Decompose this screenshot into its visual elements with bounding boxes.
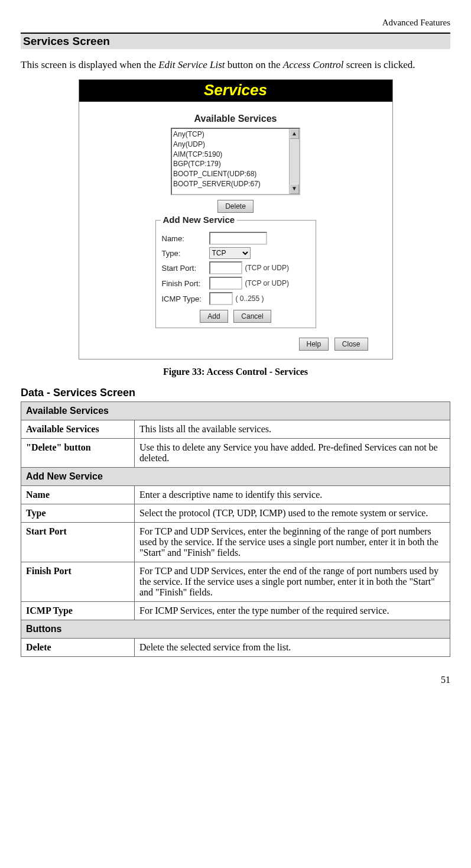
services-dialog: Services Available Services Any(TCP) Any… [79, 79, 393, 359]
name-label: Name: [162, 234, 209, 243]
type-label: Type: [162, 249, 209, 258]
scroll-up-icon[interactable]: ▲ [290, 129, 299, 139]
page-number: 51 [21, 675, 450, 685]
intro-mid: button on the [225, 59, 283, 70]
help-button[interactable]: Help [299, 338, 329, 351]
figure-caption: Figure 33: Access Control - Services [21, 367, 450, 377]
list-item[interactable]: AIM(TCP:5190) [173, 150, 298, 160]
icmp-hint: ( 0..255 ) [236, 294, 264, 303]
table-row: Finish Port For TCP and UDP Services, en… [21, 562, 450, 602]
available-heading: Available Services [91, 114, 381, 124]
name-input[interactable] [209, 232, 267, 245]
services-listbox[interactable]: Any(TCP) Any(UDP) AIM(TCP:5190) BGP(TCP:… [171, 128, 300, 195]
list-item[interactable]: BGP(TCP:179) [173, 159, 298, 169]
row-label: "Delete" button [21, 439, 135, 468]
page-header: Advanced Features [21, 18, 450, 28]
intro-text: This screen is displayed when the Edit S… [21, 59, 450, 71]
add-heading: Add New Service [161, 215, 238, 225]
table-row: Available Services This lists all the av… [21, 420, 450, 439]
intro-post: screen is clicked. [344, 59, 415, 70]
close-button[interactable]: Close [334, 338, 368, 351]
table-row: Name Enter a descriptive name to identif… [21, 486, 450, 504]
row-label: Type [21, 504, 135, 523]
dialog-title: Services [79, 80, 392, 102]
list-item[interactable]: BOOTP_SERVER(UDP:67) [173, 179, 298, 189]
start-port-input[interactable] [209, 261, 242, 274]
icmp-label: ICMP Type: [162, 294, 209, 303]
figure: Services Available Services Any(TCP) Any… [21, 79, 450, 359]
finish-label: Finish Port: [162, 279, 209, 288]
table-row: ICMP Type For ICMP Services, enter the t… [21, 602, 450, 620]
group-header: Available Services [21, 402, 450, 420]
row-label: Start Port [21, 523, 135, 562]
table-row: Start Port For TCP and UDP Services, ent… [21, 523, 450, 562]
row-label: Available Services [21, 420, 135, 439]
start-label: Start Port: [162, 264, 209, 273]
intro-pre: This screen is displayed when the [21, 59, 158, 70]
delete-button[interactable]: Delete [217, 200, 254, 213]
row-desc: Enter a descriptive name to identify thi… [135, 486, 450, 504]
row-desc: For TCP and UDP Services, enter the begi… [135, 523, 450, 562]
start-hint: (TCP or UDP) [245, 264, 289, 272]
row-label: Name [21, 486, 135, 504]
row-label: ICMP Type [21, 602, 135, 620]
group-header: Buttons [21, 620, 450, 639]
row-label: Delete [21, 639, 135, 657]
intro-em1: Edit Service List [158, 59, 225, 70]
type-select[interactable]: TCP [209, 247, 251, 259]
cancel-button[interactable]: Cancel [233, 310, 271, 323]
finish-port-input[interactable] [209, 277, 242, 290]
table-row: Type Select the protocol (TCP, UDP, ICMP… [21, 504, 450, 523]
table-row: Delete Delete the selected service from … [21, 639, 450, 657]
list-item[interactable]: Any(TCP) [173, 129, 298, 140]
row-label: Finish Port [21, 562, 135, 602]
add-service-fieldset: Add New Service Name: Type: TCP Start Po… [155, 220, 316, 328]
group-header: Add New Service [21, 468, 450, 486]
row-desc: Use this to delete any Service you have … [135, 439, 450, 468]
data-table: Available Services Available Services Th… [21, 401, 450, 657]
finish-hint: (TCP or UDP) [245, 279, 289, 287]
data-subtitle: Data - Services Screen [21, 387, 450, 399]
row-desc: Select the protocol (TCP, UDP, ICMP) use… [135, 504, 450, 523]
scroll-down-icon[interactable]: ▼ [290, 184, 299, 194]
section-title: Services Screen [21, 33, 450, 49]
intro-em2: Access Control [283, 59, 344, 70]
row-desc: For ICMP Services, enter the type number… [135, 602, 450, 620]
list-item[interactable]: BOOTP_CLIENT(UDP:68) [173, 169, 298, 179]
row-desc: Delete the selected service from the lis… [135, 639, 450, 657]
row-desc: This lists all the available services. [135, 420, 450, 439]
add-button[interactable]: Add [200, 310, 228, 323]
row-desc: For TCP and UDP Services, enter the end … [135, 562, 450, 602]
list-item[interactable]: Any(UDP) [173, 140, 298, 150]
scrollbar[interactable]: ▲ ▼ [289, 129, 299, 194]
table-row: "Delete" button Use this to delete any S… [21, 439, 450, 468]
icmp-input[interactable] [209, 292, 233, 305]
